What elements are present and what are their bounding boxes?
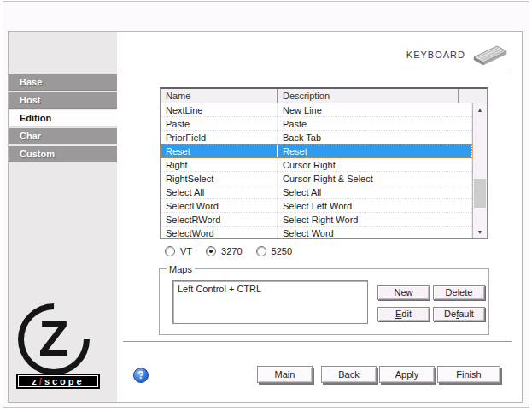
default-button[interactable]: Default bbox=[433, 307, 485, 321]
table-row[interactable]: SelectLWordSelect Left Word bbox=[161, 199, 472, 213]
column-header-name[interactable]: Name bbox=[161, 89, 278, 103]
scroll-down-icon[interactable]: ▼ bbox=[473, 226, 487, 238]
app-window: Base Host Edition Char Custom Z z/scope … bbox=[3, 1, 529, 408]
keymap-table: Name Description NextLineNew Line PasteP… bbox=[160, 87, 488, 239]
radio-3270-label: 3270 bbox=[221, 246, 242, 256]
help-icon[interactable]: ? bbox=[133, 368, 149, 383]
keymap-table-body: NextLineNew Line PastePaste PriorFieldBa… bbox=[161, 103, 487, 238]
edit-button[interactable]: Edit bbox=[377, 307, 430, 321]
maps-groupbox: Maps Left Control + CTRL New Delete Edit… bbox=[159, 268, 489, 335]
delete-button[interactable]: Delete bbox=[433, 285, 485, 300]
content-panel: Base Host Edition Char Custom Z z/scope … bbox=[8, 31, 523, 403]
maps-listbox[interactable]: Left Control + CTRL bbox=[172, 280, 368, 324]
keyboard-icon bbox=[472, 42, 508, 68]
sidebar-item-char[interactable]: Char bbox=[9, 128, 117, 144]
finish-button[interactable]: Finish bbox=[437, 366, 500, 383]
terminal-type-radios: VT 3270 5250 bbox=[165, 246, 306, 256]
vertical-scrollbar[interactable]: ▲ ▼ bbox=[472, 103, 487, 238]
sidebar-tabs: Base Host Edition Char Custom bbox=[9, 74, 117, 164]
table-row-selected[interactable]: ResetReset bbox=[161, 144, 472, 158]
maps-groupbox-title: Maps bbox=[167, 264, 195, 274]
list-item[interactable]: Left Control + CTRL bbox=[173, 281, 367, 294]
sidebar: Base Host Edition Char Custom Z z/scope bbox=[9, 32, 117, 402]
back-button[interactable]: Back bbox=[321, 366, 377, 383]
scroll-up-icon[interactable]: ▲ bbox=[473, 103, 487, 116]
table-row[interactable]: PriorFieldBack Tab bbox=[161, 131, 472, 144]
table-row[interactable]: RightCursor Right bbox=[161, 158, 472, 172]
radio-5250-label: 5250 bbox=[272, 246, 292, 256]
column-header-extra bbox=[459, 89, 487, 103]
page-header: KEYBOARD bbox=[406, 42, 508, 68]
zscope-wordmark-text: z/scope bbox=[18, 375, 98, 387]
new-button[interactable]: New bbox=[377, 285, 430, 300]
zscope-logo-letter: Z bbox=[32, 314, 75, 365]
table-row[interactable]: RightSelectCursor Right & Select bbox=[161, 172, 472, 185]
table-row[interactable]: PastePaste bbox=[161, 117, 472, 131]
footer-divider bbox=[123, 341, 512, 342]
radio-vt-label: VT bbox=[180, 246, 192, 256]
radio-vt[interactable]: VT bbox=[165, 246, 192, 256]
column-header-description[interactable]: Description bbox=[278, 89, 459, 103]
keymap-table-header: Name Description bbox=[161, 89, 487, 103]
apply-button[interactable]: Apply bbox=[379, 366, 435, 383]
radio-button-icon[interactable] bbox=[256, 246, 266, 256]
radio-3270[interactable]: 3270 bbox=[206, 246, 242, 256]
radio-button-icon[interactable] bbox=[165, 246, 175, 256]
sidebar-item-custom[interactable]: Custom bbox=[9, 146, 117, 162]
keymap-rows: NextLineNew Line PastePaste PriorFieldBa… bbox=[161, 103, 472, 238]
radio-button-checked-icon[interactable] bbox=[206, 246, 216, 256]
sidebar-item-base[interactable]: Base bbox=[9, 74, 117, 91]
table-row[interactable]: SelectWordSelect Word bbox=[161, 227, 472, 238]
table-row[interactable]: NextLineNew Line bbox=[161, 103, 472, 117]
table-row[interactable]: SelectRWordSelect Right Word bbox=[161, 213, 472, 227]
scrollbar-thumb[interactable] bbox=[474, 179, 486, 208]
sidebar-item-edition[interactable]: Edition bbox=[9, 110, 117, 127]
radio-5250[interactable]: 5250 bbox=[256, 246, 292, 256]
zscope-wordmark: z/scope bbox=[16, 374, 100, 389]
header-divider bbox=[123, 74, 512, 74]
table-row[interactable]: Select AllSelect All bbox=[161, 185, 472, 199]
sidebar-item-host[interactable]: Host bbox=[9, 92, 117, 109]
page-title: KEYBOARD bbox=[406, 50, 465, 60]
main-button[interactable]: Main bbox=[257, 366, 313, 383]
